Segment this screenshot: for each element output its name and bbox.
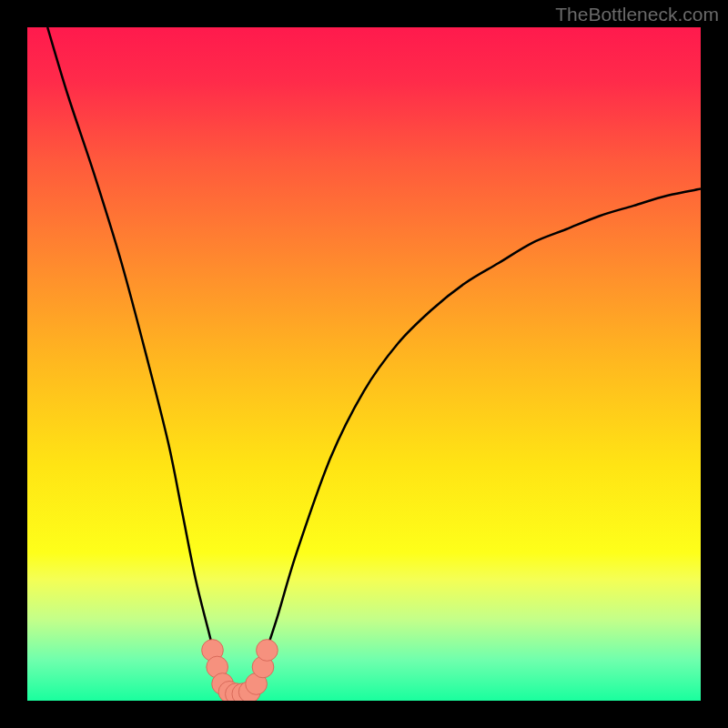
chart-frame: TheBottleneck.com: [0, 0, 728, 728]
data-marker: [257, 640, 278, 662]
chart-svg: [27, 27, 701, 701]
watermark-text: TheBottleneck.com: [555, 4, 719, 25]
plot-area: [27, 27, 701, 701]
gradient-background: [27, 27, 701, 701]
